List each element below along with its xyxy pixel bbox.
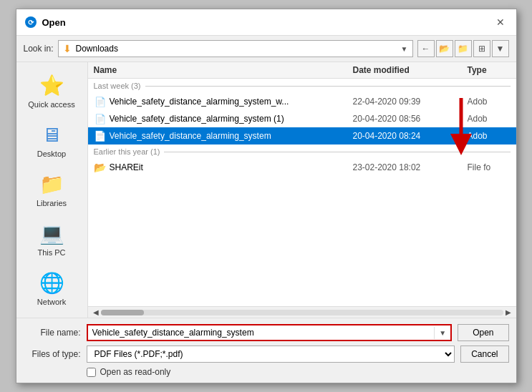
view-button[interactable]: ⊞ bbox=[473, 40, 490, 57]
file-name-cell: Vehicle_safety_distance_alarming_system bbox=[110, 131, 353, 141]
sidebar-item-this-pc[interactable]: 💻 This PC bbox=[16, 216, 87, 263]
file-name-input-container: ▼ bbox=[87, 324, 453, 341]
nav-buttons: ← 📂 📁 ⊞ ▼ bbox=[417, 40, 509, 57]
folder-dropdown-icon: ⬇ bbox=[63, 43, 72, 54]
file-row[interactable]: 📄 Vehicle_safety_distance_alarming_syste… bbox=[88, 93, 516, 110]
pdf-icon: 📄 bbox=[94, 112, 107, 125]
open-as-readonly-checkbox[interactable] bbox=[87, 368, 96, 377]
file-row-selected[interactable]: 📄 Vehicle_safety_distance_alarming_syste… bbox=[88, 127, 516, 144]
quick-access-label: Quick access bbox=[28, 100, 74, 109]
network-icon: 🌐 bbox=[39, 271, 64, 295]
dialog-icon: ⟳ bbox=[25, 16, 37, 28]
look-in-label: Look in: bbox=[24, 44, 54, 54]
file-date-cell: 20-04-2020 08:24 bbox=[353, 131, 468, 141]
folder-icon: 📂 bbox=[94, 161, 107, 174]
file-date-cell: 22-04-2020 09:39 bbox=[353, 97, 468, 107]
open-as-readonly-row: Open as read-only bbox=[24, 367, 509, 377]
this-pc-icon: 💻 bbox=[39, 222, 64, 245]
scroll-thumb bbox=[101, 310, 144, 315]
file-type-select[interactable]: PDF Files (*.PDF;*.pdf) bbox=[87, 346, 455, 362]
file-row[interactable]: 📂 SHAREit 23-02-2020 18:02 File fo bbox=[88, 159, 516, 176]
col-type-header: Type bbox=[468, 65, 511, 75]
file-name-label: File name: bbox=[24, 328, 81, 338]
file-list: Last week (3) 📄 Vehicle_safety_distance_… bbox=[88, 79, 516, 306]
sidebar-item-network[interactable]: 🌐 Network bbox=[16, 265, 87, 312]
cancel-button[interactable]: Cancel bbox=[460, 346, 508, 363]
file-date-cell: 20-04-2020 08:56 bbox=[353, 114, 468, 124]
file-type-label: Files of type: bbox=[24, 349, 81, 359]
col-name-header: Name bbox=[94, 65, 353, 75]
file-name-cell: SHAREit bbox=[110, 162, 353, 172]
dialog-title: Open bbox=[42, 17, 66, 28]
network-label: Network bbox=[37, 298, 66, 306]
title-bar: ⟳ Open ✕ bbox=[16, 9, 516, 36]
file-type-select-container: PDF Files (*.PDF;*.pdf) bbox=[87, 346, 455, 363]
dropdown-arrow-icon: ▼ bbox=[401, 45, 408, 53]
desktop-label: Desktop bbox=[37, 150, 66, 158]
horizontal-scrollbar[interactable] bbox=[101, 310, 503, 315]
file-name-cell: Vehicle_safety_distance_alarming_system_… bbox=[110, 97, 353, 107]
group-label-last-week: Last week (3) bbox=[88, 79, 516, 93]
file-type-cell: Adob bbox=[468, 114, 511, 124]
up-button[interactable]: 📁 bbox=[455, 40, 472, 57]
file-name-cell: Vehicle_safety_distance_alarming_system … bbox=[110, 114, 353, 124]
file-row[interactable]: 📄 Vehicle_safety_distance_alarming_syste… bbox=[88, 110, 516, 127]
look-in-dropdown[interactable]: ⬇ Downloads ▼ bbox=[58, 40, 413, 57]
file-name-dropdown-arrow[interactable]: ▼ bbox=[434, 327, 450, 339]
open-button[interactable]: Open bbox=[458, 324, 508, 341]
open-as-readonly-label[interactable]: Open as read-only bbox=[100, 367, 171, 377]
file-type-row: Files of type: PDF Files (*.PDF;*.pdf) C… bbox=[24, 346, 509, 363]
sidebar-item-libraries[interactable]: 📁 Libraries bbox=[16, 167, 87, 213]
sidebar-item-quick-access[interactable]: ⭐ Quick access bbox=[16, 68, 87, 114]
view-arrow-button[interactable]: ▼ bbox=[492, 40, 509, 57]
scroll-left-button[interactable]: ◀ bbox=[91, 308, 101, 316]
pdf-icon: 📄 bbox=[94, 95, 107, 108]
scroll-right-button[interactable]: ▶ bbox=[503, 308, 513, 316]
forward-button[interactable]: 📂 bbox=[436, 40, 453, 57]
group-label-earlier: Earlier this year (1) bbox=[88, 144, 516, 159]
main-content: ⭐ Quick access 🖥 Desktop 📁 Libraries 💻 T… bbox=[16, 62, 516, 318]
title-bar-left: ⟳ Open bbox=[25, 16, 66, 28]
back-button[interactable]: ← bbox=[417, 40, 435, 57]
file-name-row: File name: ▼ Open bbox=[24, 324, 509, 341]
libraries-label: Libraries bbox=[37, 199, 67, 207]
pdf-icon: 📄 bbox=[94, 129, 107, 142]
toolbar: Look in: ⬇ Downloads ▼ ← 📂 📁 ⊞ ▼ bbox=[16, 36, 516, 62]
col-date-header: Date modified bbox=[353, 65, 468, 75]
sidebar: ⭐ Quick access 🖥 Desktop 📁 Libraries 💻 T… bbox=[16, 62, 88, 318]
file-type-cell: Adob bbox=[468, 97, 511, 107]
current-folder-text: Downloads bbox=[76, 44, 397, 54]
sidebar-item-desktop[interactable]: 🖥 Desktop bbox=[16, 117, 87, 164]
libraries-icon: 📁 bbox=[39, 172, 64, 196]
open-dialog: ⟳ Open ✕ Look in: ⬇ Downloads ▼ ← 📂 📁 ⊞ … bbox=[16, 9, 517, 383]
desktop-icon: 🖥 bbox=[42, 123, 62, 147]
file-name-input[interactable] bbox=[88, 325, 435, 340]
file-header: Name Date modified Type bbox=[88, 62, 516, 79]
close-button[interactable]: ✕ bbox=[493, 15, 508, 29]
this-pc-label: This PC bbox=[37, 248, 65, 257]
file-type-cell: File fo bbox=[468, 162, 511, 172]
file-date-cell: 23-02-2020 18:02 bbox=[353, 162, 468, 172]
file-area: Name Date modified Type Last week (3) 📄 … bbox=[88, 62, 516, 318]
quick-access-icon: ⭐ bbox=[39, 74, 64, 97]
file-type-cell: Adob bbox=[468, 131, 511, 141]
bottom-area: File name: ▼ Open Files of type: PDF Fil… bbox=[16, 318, 516, 383]
scrollbar-area: ◀ ▶ bbox=[88, 306, 516, 318]
